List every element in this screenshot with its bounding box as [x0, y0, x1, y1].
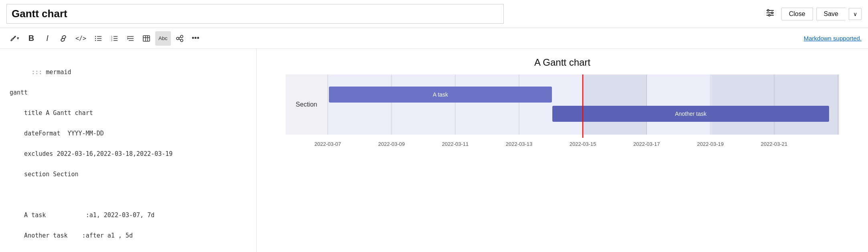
svg-rect-22	[143, 36, 150, 41]
svg-point-5	[769, 14, 770, 16]
svg-text:2022-03-21: 2022-03-21	[761, 141, 788, 147]
header-actions: Close Save ∨	[762, 6, 862, 22]
save-button[interactable]: Save	[816, 8, 846, 20]
svg-text:2022-03-15: 2022-03-15	[570, 141, 596, 147]
code-icon: </>	[75, 35, 86, 42]
svg-point-4	[771, 12, 773, 14]
svg-text:2022-03-09: 2022-03-09	[378, 141, 405, 147]
editor-pane[interactable]: ::: mermaid gantt title A Gantt chart da…	[0, 49, 257, 252]
indent-button[interactable]	[123, 31, 138, 46]
italic-icon: I	[46, 34, 49, 43]
code-editor[interactable]: ::: mermaid gantt title A Gantt chart da…	[10, 57, 247, 252]
title-input[interactable]	[6, 4, 504, 24]
brush-button[interactable]: ▾	[6, 31, 22, 46]
svg-line-29	[179, 37, 180, 38]
close-button[interactable]: Close	[781, 8, 813, 20]
text-icon: Abc	[158, 35, 167, 41]
chevron-down-icon: ∨	[853, 11, 857, 17]
svg-point-3	[767, 10, 769, 11]
diagram-button[interactable]	[172, 31, 187, 46]
svg-rect-34	[711, 75, 775, 135]
code-line-4: dateFormat YYYY-MM-DD	[10, 130, 104, 137]
svg-rect-35	[775, 75, 839, 135]
toolbar: ▾ B I </> 1 2 3	[0, 28, 868, 49]
bold-button[interactable]: B	[24, 31, 39, 46]
gantt-chart: Section A task Another task 2022-03-07 2…	[269, 75, 856, 156]
preview-pane: A Gantt chart	[257, 49, 868, 252]
code-line-2: gantt	[10, 89, 28, 96]
svg-rect-33	[583, 75, 647, 135]
italic-button[interactable]: I	[40, 31, 55, 46]
table-button[interactable]	[139, 31, 154, 46]
svg-text:2022-03-07: 2022-03-07	[314, 141, 341, 147]
code-line-5: excludes 2022-03-16,2022-03-18,2022-03-1…	[10, 150, 172, 157]
svg-line-30	[179, 39, 180, 40]
svg-text:2022-03-13: 2022-03-13	[506, 141, 533, 147]
svg-text:3: 3	[111, 39, 112, 42]
svg-text:2022-03-11: 2022-03-11	[442, 141, 469, 147]
svg-text:A task: A task	[433, 91, 448, 98]
more-button[interactable]: •••	[189, 31, 203, 46]
unordered-list-button[interactable]	[91, 31, 105, 46]
svg-point-28	[180, 39, 183, 42]
text-button[interactable]: Abc	[155, 31, 170, 46]
main-content: ::: mermaid gantt title A Gantt chart da…	[0, 49, 868, 252]
link-button[interactable]	[56, 31, 71, 46]
svg-point-27	[180, 35, 183, 38]
code-line-3: title A Gantt chart	[10, 109, 93, 117]
bold-icon: B	[28, 34, 34, 43]
brush-dropdown: ▾	[17, 36, 19, 41]
markdown-link[interactable]: Markdown supported.	[804, 35, 862, 42]
svg-text:2022-03-17: 2022-03-17	[633, 141, 660, 147]
ordered-list-button[interactable]: 1 2 3	[107, 31, 122, 46]
header: Close Save ∨	[0, 0, 868, 28]
svg-point-10	[95, 36, 96, 36]
code-line-6: section Section	[10, 171, 79, 178]
more-icon: •••	[192, 34, 199, 42]
code-line-1: ::: mermaid	[31, 69, 71, 76]
chart-title: A Gantt chart	[269, 57, 856, 68]
svg-point-26	[176, 37, 179, 40]
svg-text:2022-03-19: 2022-03-19	[697, 141, 724, 147]
svg-text:Section: Section	[296, 101, 317, 108]
settings-button[interactable]	[762, 6, 778, 22]
code-line-8: A task :a1, 2022-03-07, 7d	[10, 212, 154, 219]
svg-point-11	[95, 38, 96, 38]
code-line-9: Another task :after a1 , 5d	[10, 232, 133, 239]
svg-text:Another task: Another task	[675, 111, 707, 117]
save-dropdown-button[interactable]: ∨	[849, 8, 862, 20]
code-button[interactable]: </>	[72, 31, 89, 46]
svg-point-12	[95, 40, 96, 40]
